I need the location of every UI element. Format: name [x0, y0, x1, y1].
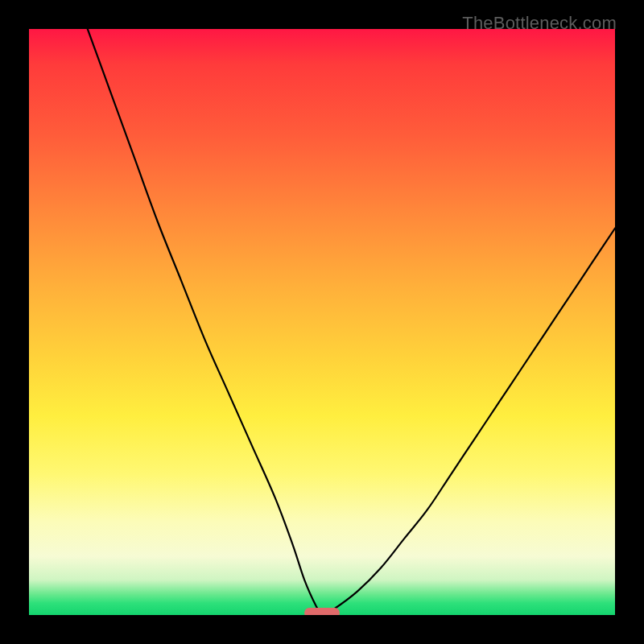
minimum-marker — [304, 608, 340, 615]
curve-left-branch — [88, 29, 322, 615]
plot-area — [29, 29, 615, 615]
chart-frame: TheBottleneck.com — [0, 0, 644, 644]
curve-svg — [29, 29, 615, 615]
curve-right-branch — [322, 229, 615, 615]
